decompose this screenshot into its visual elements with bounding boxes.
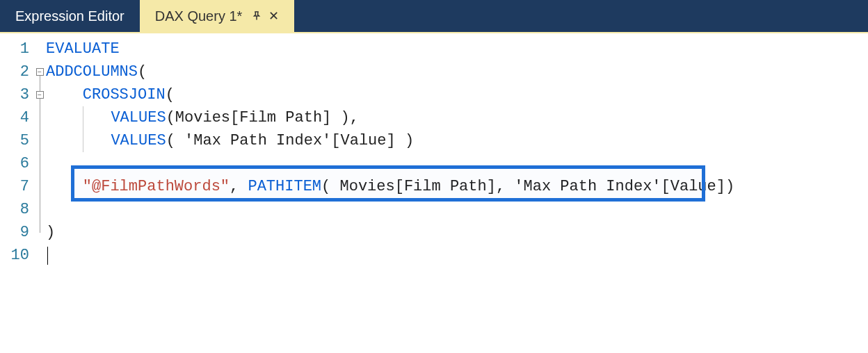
punct: , (350, 109, 359, 126)
tab-label: Expression Editor (15, 8, 124, 24)
punct: ( (138, 63, 147, 81)
line-number: 4 (0, 106, 33, 129)
keyword: VALUES (111, 132, 166, 149)
keyword: VALUES (111, 109, 166, 126)
line-number: 1 (0, 38, 33, 60)
tab-expression-editor[interactable]: Expression Editor (0, 0, 140, 32)
keyword: EVALUATE (46, 40, 120, 58)
line-number: 3 (0, 83, 33, 106)
code-line: ) (46, 221, 868, 244)
fold-toggle-icon[interactable]: − (36, 91, 44, 99)
code-line: CROSSJOIN( (46, 83, 868, 106)
tab-dax-query-1[interactable]: DAX Query 1* ✕ (140, 0, 295, 32)
identifier: 'Max Path Index'[Value] (184, 132, 405, 149)
code-line: ADDCOLUMNS( (46, 60, 868, 83)
line-number: 9 (0, 221, 33, 244)
tab-label: DAX Query 1* (155, 8, 243, 24)
punct: , (496, 178, 514, 195)
identifier: Movies[Film Path] (175, 109, 341, 126)
punct: ( (166, 109, 175, 126)
keyword: ADDCOLUMNS (46, 63, 138, 81)
close-icon[interactable]: ✕ (268, 8, 279, 24)
code-line: EVALUATE (46, 38, 868, 60)
punct: , (230, 178, 248, 195)
line-number: 6 (0, 152, 33, 175)
code-line: VALUES(Movies[Film Path] ), (46, 106, 868, 129)
code-line: "@FilmPathWords", PATHITEM( Movies[Film … (46, 175, 868, 198)
line-number: 7 (0, 175, 33, 198)
code-editor[interactable]: 1 2 3 4 5 6 7 8 9 10 − − EVALUATE ADDCOL… (0, 33, 868, 353)
code-line (46, 244, 868, 267)
punct: ) (46, 224, 55, 241)
identifier: 'Max Path Index'[Value] (514, 178, 725, 195)
code-line: VALUES( 'Max Path Index'[Value] ) (46, 129, 868, 152)
text-caret (47, 247, 48, 265)
code-line (46, 198, 868, 221)
identifier: Movies[Film Path] (339, 178, 495, 195)
string-literal: "@FilmPathWords" (83, 178, 230, 195)
pin-icon[interactable] (252, 11, 262, 21)
line-number: 2 (0, 60, 33, 83)
fold-gutter: − − (33, 33, 46, 353)
code-area[interactable]: EVALUATE ADDCOLUMNS( CROSSJOIN( VALUES(M… (46, 33, 868, 353)
punct: ) (725, 178, 734, 195)
punct: ( (321, 178, 339, 195)
punct: ) (340, 109, 349, 126)
keyword: PATHITEM (248, 178, 321, 195)
line-number: 5 (0, 129, 33, 152)
fold-toggle-icon[interactable]: − (36, 68, 44, 76)
tab-bar: Expression Editor DAX Query 1* ✕ (0, 0, 868, 33)
line-number: 8 (0, 198, 33, 221)
line-number-gutter: 1 2 3 4 5 6 7 8 9 10 (0, 33, 33, 353)
punct: ( (166, 86, 175, 104)
code-line (46, 152, 868, 175)
keyword: CROSSJOIN (83, 86, 166, 104)
punct: ) (405, 132, 414, 149)
line-number: 10 (0, 244, 33, 267)
punct: ( (166, 132, 184, 149)
